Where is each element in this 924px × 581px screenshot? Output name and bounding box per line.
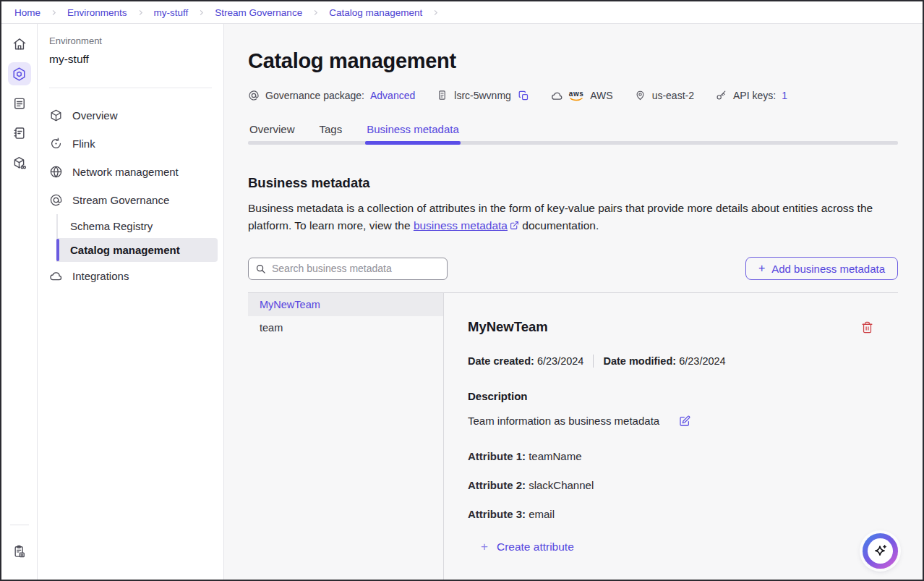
chevron-right-icon [50, 9, 58, 17]
sidebar-item-label: Schema Registry [70, 220, 153, 232]
governance-package-label: Governance package: [265, 90, 364, 101]
chevron-right-icon [432, 9, 440, 17]
list-item-team[interactable]: team [248, 316, 443, 339]
metadata-list: MyNewTeam team [248, 293, 444, 580]
cloud-icon [49, 269, 63, 283]
dates-divider [593, 355, 594, 368]
location-pin-icon [635, 90, 646, 101]
flink-icon [49, 137, 63, 150]
sidebar-item-catalog-management[interactable]: Catalog management [58, 238, 218, 262]
sidebar-item-schema-registry[interactable]: Schema Registry [58, 214, 218, 238]
sidebar-item-network-management[interactable]: Network management [38, 158, 223, 186]
search-box[interactable] [248, 258, 448, 280]
breadcrumb-my-stuff[interactable]: my-stuff [154, 7, 189, 18]
create-attribute-button[interactable]: + Create attribute [481, 540, 873, 554]
governance-package-meta: Governance package: Advanced [248, 90, 415, 101]
detail-title: MyNewTeam [468, 319, 548, 335]
plus-icon: + [481, 540, 488, 554]
edit-icon[interactable] [679, 415, 690, 427]
environment-icon[interactable] [8, 62, 31, 85]
sidebar-item-flink[interactable]: Flink [38, 130, 223, 158]
schema-registry-id: lsrc-5wvnmg [454, 90, 511, 101]
cloud-provider-value: AWS [590, 90, 612, 101]
connectors-icon[interactable] [8, 151, 31, 174]
attribute-row: Attribute 1: teamName [468, 450, 873, 462]
description-label: Description [468, 390, 873, 402]
tab-overview[interactable]: Overview [248, 123, 296, 145]
sidebar-item-label: Network management [72, 166, 179, 178]
main-content: Catalog management Governance package: A… [224, 24, 923, 580]
business-metadata-doc-link[interactable]: business metadata [414, 219, 519, 232]
page-title: Catalog management [248, 49, 898, 73]
section-title: Business metadata [248, 175, 898, 191]
environment-name: my-stuff [38, 53, 223, 66]
sidebar-item-stream-governance[interactable]: Stream Governance [38, 186, 223, 214]
metadata-detail: MyNewTeam Date created: 6/23/2024 Date m… [444, 293, 898, 580]
api-keys-value[interactable]: 1 [782, 90, 787, 101]
governance-icon [248, 90, 260, 101]
tab-business-metadata[interactable]: Business metadata [365, 123, 461, 145]
sidebar-item-integrations[interactable]: Integrations [38, 262, 223, 290]
cube-icon [49, 109, 63, 122]
sidebar-item-label: Stream Governance [72, 194, 169, 206]
add-business-metadata-button[interactable]: + Add business metadata [745, 257, 898, 280]
attribute-row: Attribute 2: slackChannel [468, 479, 873, 491]
environment-label: Environment [38, 35, 223, 46]
search-icon [255, 263, 266, 274]
date-created-label: Date created: [468, 355, 534, 367]
key-icon [716, 90, 727, 101]
globe-icon [49, 165, 63, 179]
list-item-mynewteam[interactable]: MyNewTeam [248, 293, 443, 316]
sidebar-item-label: Overview [72, 109, 118, 122]
sidebar: Environment my-stuff Overview Flink Netw… [38, 24, 224, 580]
date-modified-value: 6/23/2024 [679, 355, 726, 367]
description-row: Team information as business metadata [468, 415, 873, 427]
sidebar-divider [49, 88, 212, 88]
sidebar-item-overview[interactable]: Overview [38, 101, 223, 130]
date-created-value: 6/23/2024 [537, 355, 584, 367]
document-icon[interactable] [8, 92, 31, 115]
delete-icon[interactable] [861, 321, 873, 334]
tab-bar: Overview Tags Business metadata [248, 123, 898, 145]
cloud-icon [551, 90, 562, 101]
cloud-provider-meta: aws AWS [551, 90, 613, 101]
attributes-list: Attribute 1: teamName Attribute 2: slack… [468, 450, 873, 520]
chevron-right-icon [312, 9, 320, 17]
sidebar-item-label: Flink [72, 137, 95, 150]
api-keys-meta: API keys: 1 [716, 90, 787, 101]
breadcrumb-catalog-management[interactable]: Catalog management [329, 7, 422, 18]
breadcrumb-home[interactable]: Home [14, 7, 40, 18]
icon-rail [1, 24, 38, 580]
notebook-icon[interactable] [8, 122, 31, 145]
governance-package-value[interactable]: Advanced [370, 90, 415, 101]
clipboard-icon[interactable] [8, 540, 31, 563]
aws-logo-icon: aws [569, 90, 583, 101]
chevron-right-icon [197, 9, 205, 17]
api-keys-label: API keys: [733, 90, 776, 101]
breadcrumb: Home Environments my-stuff Stream Govern… [1, 1, 923, 24]
description-text-after: documentation. [519, 219, 599, 232]
home-icon[interactable] [8, 33, 31, 56]
search-input[interactable] [272, 263, 440, 274]
rail-divider [10, 525, 29, 525]
attribute-row: Attribute 3: email [468, 508, 873, 520]
ai-assistant-button[interactable] [863, 533, 898, 569]
sparkle-icon [872, 543, 889, 560]
tab-tags[interactable]: Tags [318, 123, 344, 145]
region-value: us-east-2 [652, 90, 694, 101]
breadcrumb-environments[interactable]: Environments [67, 7, 127, 18]
schema-registry-id-meta: lsrc-5wvnmg [437, 90, 529, 101]
region-meta: us-east-2 [635, 90, 694, 101]
toolbar: + Add business metadata [248, 257, 898, 280]
file-icon [437, 90, 448, 101]
resource-meta-row: Governance package: Advanced lsrc-5wvnmg… [248, 90, 898, 101]
sidebar-item-label: Catalog management [70, 244, 180, 256]
stream-governance-subgroup: Schema Registry Catalog management [56, 214, 223, 262]
dates-row: Date created: 6/23/2024 Date modified: 6… [468, 355, 873, 368]
plus-icon: + [758, 263, 765, 274]
section-description: Business metadata is a collection of att… [248, 200, 898, 235]
sidebar-item-label: Integrations [72, 270, 129, 282]
governance-icon [49, 193, 63, 207]
breadcrumb-stream-governance[interactable]: Stream Governance [215, 7, 302, 18]
copy-icon[interactable] [518, 90, 529, 101]
